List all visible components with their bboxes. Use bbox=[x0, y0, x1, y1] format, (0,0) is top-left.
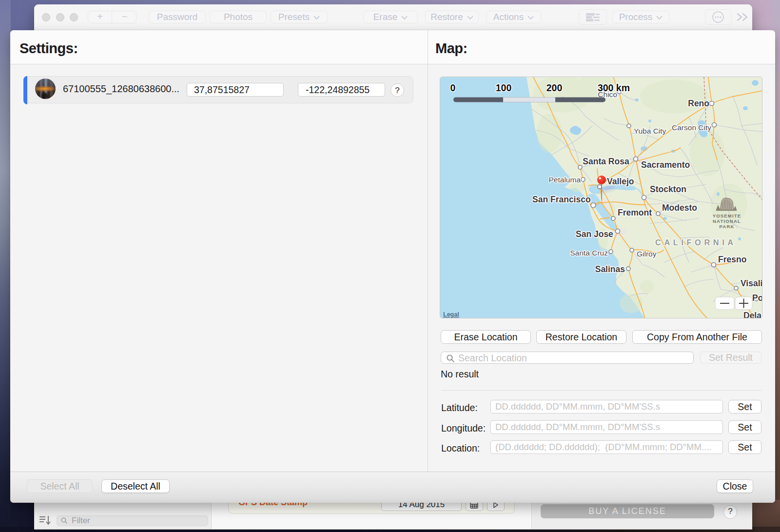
svg-text:Visalia: Visalia bbox=[741, 278, 762, 288]
svg-text:Legal: Legal bbox=[443, 311, 459, 318]
svg-text:300 km: 300 km bbox=[598, 82, 630, 93]
svg-text:Yuba City: Yuba City bbox=[634, 127, 666, 135]
svg-text:0: 0 bbox=[450, 82, 456, 93]
svg-text:Gilroy: Gilroy bbox=[637, 250, 657, 258]
svg-text:CALIFORNIA: CALIFORNIA bbox=[655, 238, 737, 247]
svg-text:San Jose: San Jose bbox=[576, 229, 613, 239]
svg-text:Delano: Delano bbox=[743, 311, 762, 318]
svg-text:Petaluma: Petaluma bbox=[549, 176, 581, 184]
svg-text:Santa Rosa: Santa Rosa bbox=[583, 157, 629, 166]
svg-text:100: 100 bbox=[496, 82, 512, 93]
svg-text:Carson City: Carson City bbox=[672, 123, 711, 132]
svg-text:San Francisco: San Francisco bbox=[532, 195, 591, 204]
svg-text:Porterville: Porterville bbox=[752, 293, 762, 303]
svg-text:Modesto: Modesto bbox=[662, 203, 697, 213]
svg-text:Vallejo: Vallejo bbox=[607, 177, 634, 186]
svg-text:Fresno: Fresno bbox=[718, 255, 746, 264]
svg-text:Reno: Reno bbox=[688, 99, 709, 108]
svg-text:Fremont: Fremont bbox=[618, 208, 652, 217]
svg-text:NATIONAL: NATIONAL bbox=[713, 218, 741, 224]
svg-text:YOSEMITE: YOSEMITE bbox=[713, 213, 741, 218]
svg-text:Stockton: Stockton bbox=[650, 184, 686, 194]
svg-text:Sacramento: Sacramento bbox=[641, 160, 690, 170]
svg-text:Santa Cruz: Santa Cruz bbox=[570, 249, 608, 257]
svg-text:Salinas: Salinas bbox=[595, 264, 625, 274]
svg-text:200: 200 bbox=[546, 82, 563, 93]
svg-text:PARK: PARK bbox=[719, 224, 734, 229]
